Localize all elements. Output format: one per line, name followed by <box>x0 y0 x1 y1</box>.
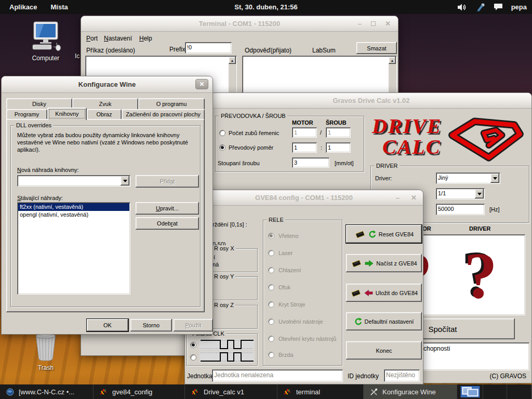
reset-gve84-button[interactable]: Reset GVE84 <box>346 225 422 243</box>
refresh-icon <box>354 317 362 325</box>
gravos-icon <box>284 388 291 396</box>
gve84-titlebar[interactable]: GVE84 config - COM1 - 115200 – ✕ <box>185 190 423 206</box>
gravos-icon <box>100 388 108 396</box>
labsum-label: LabSum <box>312 47 336 54</box>
rele-radio-otevreni <box>268 336 274 342</box>
workspace-switcher[interactable] <box>457 384 483 399</box>
minimize-icon[interactable]: – <box>396 194 400 202</box>
refresh-icon <box>368 230 376 238</box>
gravos-logo-icon <box>445 115 527 162</box>
close-gve84-button[interactable]: Konec <box>346 341 422 360</box>
menu-port[interactable]: Port <box>86 35 98 42</box>
chat-icon[interactable] <box>494 3 503 11</box>
taskbar-item-wine-config[interactable]: Konfigurace Wine <box>364 384 457 399</box>
close-icon[interactable]: ✕ <box>385 20 391 28</box>
screw-header: ŠROUB <box>326 119 347 126</box>
taskbar-empty-slot <box>483 384 507 399</box>
stylus-icon[interactable] <box>476 3 485 12</box>
chevron-down-icon[interactable] <box>490 174 499 183</box>
menu-help[interactable]: Help <box>139 35 152 42</box>
taskbar-item-gve84-config[interactable]: gve84_config <box>94 384 185 399</box>
rele-radio-uvolneni <box>268 318 274 325</box>
teeth-screw-input: 1 <box>326 127 351 138</box>
scroll-up-icon[interactable]: ▲ <box>389 57 396 64</box>
partial-desktop-icon-label[interactable]: Ic <box>75 52 79 60</box>
prefix-input[interactable]: !0 <box>185 42 232 54</box>
rele-radio-chlazeni <box>268 267 274 273</box>
desktop-icon-label: Trash <box>22 364 69 371</box>
clk-polarity-inverted-radio[interactable] <box>190 354 196 361</box>
teeth-motor-input: 1 <box>292 127 317 138</box>
save-to-gve84-button[interactable]: Uložit do GVE84 <box>346 284 422 302</box>
edit-button[interactable]: Upravit... <box>136 202 199 215</box>
driver-column-label: DRIVER <box>469 225 491 232</box>
drive-calc-titlebar[interactable]: Gravos Drive Calc v1.02 <box>211 93 531 109</box>
terminal-titlebar[interactable]: Terminal - COM1 - 115200 – ✕ <box>81 16 398 32</box>
list-item[interactable]: opengl (nativní, vestavěná) <box>18 211 129 219</box>
driver-select[interactable]: Jiný <box>436 172 500 184</box>
desktop-icon-computer[interactable]: Computer <box>22 21 69 62</box>
list-item[interactable]: ft2xx (nativní, vestavěná) <box>18 203 129 211</box>
desktop-icon-trash[interactable]: Trash <box>22 328 69 371</box>
copyright-label: (C) GRAVOS <box>473 373 526 380</box>
ok-button[interactable]: OK <box>87 319 128 331</box>
taskbar-empty-slot <box>507 384 531 399</box>
tab-obraz[interactable]: Obraz <box>87 109 122 119</box>
clock[interactable]: St, 30. duben, 21:56 <box>0 3 532 11</box>
rele-radio-ofuk <box>268 284 274 290</box>
default-settings-button[interactable]: Defaultní nastavení <box>346 312 422 330</box>
clear-button[interactable]: Smazat <box>356 42 397 54</box>
rele-radio-kryt <box>268 301 274 308</box>
volume-icon[interactable] <box>457 3 468 11</box>
load-from-gve84-button[interactable]: Načíst z GVE84 <box>346 254 422 272</box>
teeth-radio-label: Počet zubů řemenic <box>229 130 279 136</box>
close-icon[interactable]: ✕ <box>195 79 208 89</box>
clk-polarity-normal-radio[interactable] <box>190 342 196 348</box>
add-button: Přidat <box>136 175 199 188</box>
ratio-radio[interactable] <box>219 144 225 151</box>
tab-knihovny[interactable]: Knihovny <box>47 108 87 120</box>
close-icon[interactable]: ✕ <box>411 194 417 202</box>
ratio-radio-label: Převodový poměr <box>229 144 273 151</box>
wine-config-window: Konfigurace Wine ✕ Disky Zvuk O programu… <box>1 76 213 335</box>
frequency-input[interactable]: 50000 <box>436 204 485 215</box>
drive-calc-title: Gravos Drive Calc v1.02 <box>332 97 409 104</box>
chevron-down-icon[interactable] <box>121 176 129 185</box>
wine-config-titlebar[interactable]: Konfigurace Wine ✕ <box>2 76 212 93</box>
ratio-screw-input[interactable]: 1 <box>326 142 351 153</box>
scroll-up-icon[interactable]: ▲ <box>229 57 236 64</box>
tab-o-programu[interactable]: O programu <box>138 98 205 109</box>
taskbar-item-drive-calc[interactable]: Drive_calc v1 <box>185 384 277 399</box>
pitch-input[interactable]: 3 <box>292 157 329 168</box>
pitch-unit: [mm/ot] <box>335 160 354 166</box>
terminal-title: Terminal - COM1 - 115200 <box>199 20 281 28</box>
minimize-icon[interactable]: – <box>358 20 362 28</box>
cancel-button[interactable]: Storno <box>130 319 172 331</box>
unknown-driver-mark: ? <box>464 242 497 309</box>
ratio-motor-input[interactable]: 1 <box>292 142 317 153</box>
arrow-left-icon <box>364 289 373 297</box>
new-override-label: Nová náhrada knihovny: <box>17 167 79 173</box>
new-override-combobox[interactable] <box>17 175 130 187</box>
frequency-unit: [Hz] <box>489 206 500 212</box>
microstep-select[interactable]: 1/1 <box>436 188 485 200</box>
existing-overrides-label: Stávající náhrady: <box>17 195 63 201</box>
overrides-listbox[interactable]: ft2xx (nativní, vestavěná) opengl (nativ… <box>17 202 130 295</box>
rele-radio-laser <box>268 250 274 256</box>
menu-settings[interactable]: Nastavení <box>104 35 132 42</box>
chip-icon <box>354 230 366 238</box>
remove-button[interactable]: Odebrat <box>136 217 199 230</box>
tab-programy[interactable]: Programy <box>6 109 47 119</box>
taskbar-item-terminal[interactable]: terminal <box>277 384 364 399</box>
motor-header: MOTOR <box>292 119 313 126</box>
teeth-radio[interactable] <box>219 130 225 136</box>
maximize-icon[interactable] <box>371 21 376 26</box>
computer-icon <box>29 21 63 52</box>
tab-zacleneni[interactable]: Začlenění do pracovní plochy <box>122 109 205 119</box>
apply-button: Použít <box>174 319 213 331</box>
username-label[interactable]: pepa <box>511 3 527 11</box>
chevron-down-icon[interactable] <box>475 189 484 198</box>
logo-text-calc: CALC <box>382 135 441 159</box>
delay-label-fragment: rždění [0,1s] : <box>212 221 247 228</box>
taskbar-item-browser[interactable]: [www.C-N-C.cz •... <box>0 384 94 399</box>
